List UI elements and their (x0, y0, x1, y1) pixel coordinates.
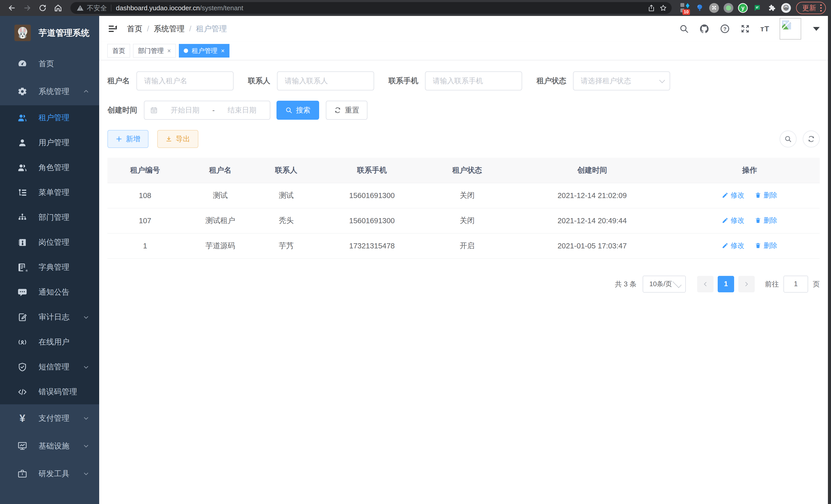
profile-avatar-icon[interactable]: 😀 (781, 3, 792, 13)
sidebar-item-payment[interactable]: ¥ 支付管理 (0, 404, 99, 432)
sidebar-item-home[interactable]: 首页 (0, 50, 99, 78)
forward-button[interactable] (21, 1, 34, 14)
extension-tabs-icon[interactable]: 10 (680, 3, 691, 13)
prev-page-button[interactable] (697, 276, 714, 292)
back-button[interactable] (5, 1, 19, 14)
github-button[interactable] (699, 24, 710, 34)
delete-link[interactable]: 删除 (755, 241, 777, 250)
delete-link[interactable]: 删除 (755, 190, 777, 200)
sidebar-item-label: 系统管理 (38, 86, 83, 97)
bookmark-button[interactable] (657, 2, 669, 14)
help-button[interactable]: ? (720, 24, 730, 34)
app-logo-row[interactable]: 🐰 芋道管理系统 (0, 16, 99, 50)
sidebar-item-menu[interactable]: 菜单管理 (0, 180, 99, 205)
yuan-icon: ¥ (17, 413, 28, 423)
refresh-table-button[interactable] (803, 130, 820, 147)
reload-button[interactable] (36, 1, 49, 14)
page-size-select[interactable]: 10条/页 (643, 276, 686, 293)
home-button[interactable] (51, 1, 65, 14)
page-content: 租户名 联系人 联系手机 租户状态 请选择租户状态 (99, 60, 828, 504)
sidebar-item-user[interactable]: 用户管理 (0, 130, 99, 155)
sidebar-item-online-users[interactable]: 在线用户 (0, 330, 99, 355)
sidebar-item-sms[interactable]: 短信管理 (0, 355, 99, 379)
search-button[interactable] (679, 24, 689, 34)
fullscreen-button[interactable] (740, 24, 750, 34)
breadcrumb-system[interactable]: 系统管理 (154, 24, 184, 34)
tree-list-icon (17, 187, 28, 198)
sidebar-item-error-code[interactable]: 错误码管理 (0, 379, 99, 404)
search-icon (285, 107, 292, 114)
balloon-extension-icon[interactable] (694, 3, 705, 13)
puzzle-extensions-icon[interactable] (766, 3, 777, 13)
sidebar-item-dept[interactable]: 部门管理 (0, 205, 99, 230)
close-icon[interactable]: × (221, 47, 225, 55)
url-divider (111, 5, 111, 11)
mobile-input[interactable] (425, 71, 522, 90)
tab-home[interactable]: 首页 (107, 44, 130, 58)
sidebar-collapse-button[interactable] (107, 23, 118, 34)
sidebar-item-label: 错误码管理 (38, 387, 89, 397)
breadcrumb-home[interactable]: 首页 (127, 24, 142, 34)
svg-text:?: ? (723, 26, 726, 32)
sidebar-item-audit-log[interactable]: 审计日志 (0, 305, 99, 330)
sidebar-item-infrastructure[interactable]: 基础设施 (0, 432, 99, 460)
tab-tenant[interactable]: 租户管理 × (179, 44, 229, 58)
shield-check-icon (17, 362, 28, 372)
tab-dept[interactable]: 部门管理 × (133, 44, 176, 58)
col-tenant-name: 租户名 (183, 158, 258, 183)
sidebar-item-tenant[interactable]: 租户管理 (0, 105, 99, 130)
sidebar-item-post[interactable]: 岗位管理 (0, 230, 99, 255)
browser-menu-icon[interactable] (820, 4, 822, 11)
contact-input[interactable] (277, 71, 374, 90)
yudao-extension-icon[interactable]: y (738, 3, 748, 13)
command-extension-icon[interactable] (709, 3, 719, 13)
page-size-value: 10条/页 (649, 279, 672, 289)
font-size-button[interactable]: тT (760, 24, 769, 33)
show-search-toggle-button[interactable] (780, 130, 797, 147)
org-tree-icon (17, 212, 28, 223)
cell-status: 关闭 (429, 208, 505, 233)
table-row: 108 测试 测试 15601691300 关闭 2021-12-14 21:0… (107, 183, 820, 208)
cell-mobile: 15601691300 (314, 183, 429, 208)
sidebar-item-role[interactable]: 角色管理 (0, 155, 99, 180)
search-submit-button[interactable]: 搜索 (277, 101, 319, 120)
users-icon (17, 162, 28, 173)
goto-suffix: 页 (813, 279, 820, 289)
search-icon (679, 24, 689, 34)
briefcase-icon (17, 469, 28, 479)
chat-extension-icon[interactable] (752, 3, 763, 13)
tab-label: 部门管理 (138, 47, 164, 55)
add-button[interactable]: 新增 (107, 130, 148, 148)
sidebar-item-dict[interactable]: 字典管理 (0, 255, 99, 280)
edit-link[interactable]: 修改 (722, 216, 744, 225)
tenant-name-input[interactable] (137, 71, 234, 90)
recorder-extension-icon[interactable] (723, 3, 734, 13)
sidebar-item-notice[interactable]: 通知公告 (0, 280, 99, 305)
status-select-placeholder: 请选择租户状态 (581, 76, 659, 86)
filter-status: 租户状态 请选择租户状态 (537, 71, 670, 90)
delete-link[interactable]: 删除 (755, 216, 777, 225)
chrome-update-button[interactable]: 更新 (796, 2, 826, 14)
date-separator: - (212, 106, 214, 114)
sidebar-item-dev-tools[interactable]: 研发工具 (0, 460, 99, 487)
user-menu-caret-icon[interactable] (813, 27, 820, 31)
sidebar-item-label: 岗位管理 (38, 237, 89, 248)
share-button[interactable] (646, 2, 657, 14)
date-range-picker[interactable]: 开始日期 - 结束日期 (144, 101, 270, 120)
reset-button[interactable]: 重置 (326, 101, 368, 120)
edit-link[interactable]: 修改 (722, 241, 744, 250)
export-button[interactable]: 导出 (157, 130, 198, 148)
page-number-button[interactable]: 1 (718, 276, 734, 292)
sidebar-item-system[interactable]: 系统管理 (0, 78, 99, 105)
sidebar-item-label: 首页 (38, 59, 89, 69)
download-icon (166, 136, 172, 142)
goto-page-input[interactable] (783, 276, 808, 293)
edit-link[interactable]: 修改 (722, 190, 744, 200)
next-page-button[interactable] (738, 276, 755, 292)
address-bar[interactable]: 不安全 dashboard.yudao.iocoder.cn/system/te… (70, 2, 672, 14)
col-actions: 操作 (679, 158, 820, 183)
status-select[interactable]: 请选择租户状态 (573, 71, 670, 90)
user-avatar[interactable] (780, 18, 801, 39)
search-button-label: 搜索 (296, 105, 310, 115)
close-icon[interactable]: × (167, 47, 171, 55)
